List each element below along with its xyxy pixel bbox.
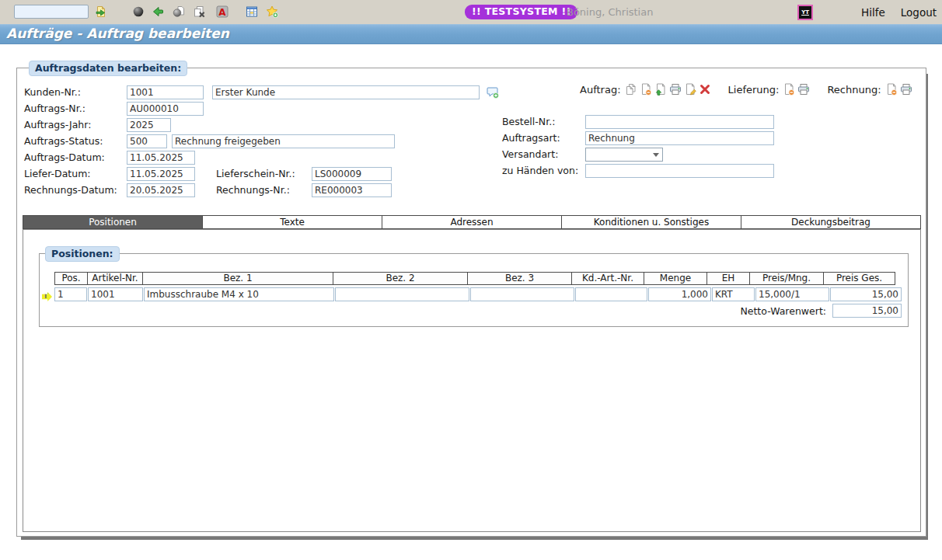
letter-a-icon[interactable]: A [216, 5, 229, 18]
col-header-kd_art_nr: Kd.-Art.-Nr. [571, 272, 644, 285]
cell-eh [712, 285, 755, 301]
sphere-icon[interactable] [132, 5, 145, 18]
tab-texte[interactable]: Texte [202, 215, 382, 229]
logout-link[interactable]: Logout [901, 6, 937, 19]
user-name: Böning, Christian [567, 6, 653, 18]
back-arrow-icon[interactable] [152, 5, 165, 18]
netto-warenwert-input[interactable] [832, 304, 902, 318]
page-remove-icon[interactable] [885, 83, 898, 96]
tab-deckungsbeitrag[interactable]: Deckungsbeitrag [741, 215, 921, 229]
tab-konditionen[interactable]: Konditionen u. Sonstiges [561, 215, 741, 229]
quick-search-input[interactable] [14, 5, 89, 19]
rechnungs-datum-label: Rechnungs-Datum: [24, 183, 117, 197]
bestell-nr-input[interactable] [585, 115, 774, 129]
pos-input[interactable] [54, 287, 87, 301]
table-row [54, 285, 902, 301]
kunden-nr-input[interactable] [127, 85, 204, 99]
col-header-bez_1: Bez. 1 [142, 272, 333, 285]
auftrag-actions: Auftrag: [580, 83, 711, 96]
cell-bez_3 [470, 285, 575, 301]
svg-text:A: A [218, 7, 226, 18]
delete-icon[interactable] [699, 83, 711, 96]
lieferschein-nr-label: Lieferschein-Nr.: [216, 167, 295, 181]
cell-bez_2 [335, 285, 470, 301]
page-go-icon[interactable] [95, 5, 107, 18]
rechnung-actions: Rechnung: [827, 83, 912, 96]
col-header-preis_ges: Preis Ges. [823, 272, 895, 285]
pages-delete-icon[interactable] [193, 5, 205, 18]
tab-bar: PositionenTexteAdressenKonditionen u. So… [23, 215, 921, 229]
artikel_nr-input[interactable] [88, 287, 143, 301]
hilfe-link[interactable]: Hilfe [861, 6, 885, 19]
page-remove-icon[interactable] [640, 83, 652, 96]
tab-content-positionen: Positionen: T Pos.Artikel-Nr.Bez. 1Bez. … [23, 229, 921, 532]
copy-icon[interactable] [625, 83, 637, 96]
cell-pos [54, 285, 88, 301]
tab-adressen[interactable]: Adressen [382, 215, 562, 229]
positionen-fieldset: Positionen: T Pos.Artikel-Nr.Bez. 1Bez. … [39, 253, 909, 327]
toolbar-right-group: YT Hilfe Logout [797, 4, 937, 21]
top-toolbar: A !! TESTSYSTEM !! Böning, Christian YT … [0, 0, 942, 24]
cell-preis_ges [830, 285, 902, 301]
print-icon[interactable] [669, 83, 682, 96]
tab-positionen[interactable]: Positionen [23, 215, 203, 229]
yt-badge-icon[interactable]: YT [797, 5, 813, 20]
col-header-pos: Pos. [54, 272, 88, 285]
auftragsdaten-legend: Auftragsdaten bearbeiten: [29, 61, 187, 76]
positions-table-header: Pos.Artikel-Nr.Bez. 1Bez. 2Bez. 3Kd.-Art… [54, 272, 902, 285]
auftrags-jahr-input[interactable] [127, 118, 171, 132]
col-header-bez_2: Bez. 2 [333, 272, 468, 285]
page-up-icon[interactable] [654, 83, 667, 96]
zu-haenden-von-label: zu Händen von: [502, 164, 578, 178]
auftrags-nr-input[interactable] [127, 102, 204, 116]
preis_mng-input[interactable] [755, 287, 829, 301]
liefer-datum-input[interactable] [127, 167, 195, 181]
kd_art_nr-input[interactable] [575, 287, 647, 301]
bez_3-input[interactable] [470, 287, 574, 301]
zu-haenden-von-input[interactable] [585, 164, 774, 178]
kunden-name-input[interactable] [212, 85, 480, 99]
auftrags-status-text-input[interactable] [172, 134, 395, 148]
auftrags-status-label: Auftrags-Status: [24, 134, 103, 148]
positionen-legend: Positionen: [45, 246, 120, 262]
liefer-datum-label: Liefer-Datum: [24, 167, 91, 181]
print-icon[interactable] [900, 83, 912, 96]
auftragsart-input[interactable] [585, 131, 774, 145]
print-job-icon[interactable] [173, 5, 185, 18]
bez_2-input[interactable] [335, 287, 469, 301]
rechnung-actions-label: Rechnung: [827, 84, 881, 96]
netto-warenwert-row: Netto-Warenwert: [740, 304, 902, 318]
text-marker-icon[interactable]: T [42, 292, 52, 301]
toolbar-icon-group: A [95, 5, 278, 18]
eh-input[interactable] [712, 287, 755, 301]
cell-artikel_nr [88, 285, 144, 301]
auftragsart-label: Auftragsart: [502, 131, 560, 145]
col-header-bez_3: Bez. 3 [467, 272, 572, 285]
cell-kd_art_nr [575, 285, 648, 301]
page-title: Aufträge - Auftrag bearbeiten [0, 24, 942, 44]
menge-input[interactable] [648, 287, 711, 301]
page-remove-icon[interactable] [783, 83, 795, 96]
bez_1-input[interactable] [144, 287, 334, 301]
col-header-menge: Menge [644, 272, 707, 285]
auftrags-datum-input[interactable] [127, 151, 195, 165]
lieferung-actions: Lieferung: [728, 83, 811, 96]
col-header-artikel_nr: Artikel-Nr. [87, 272, 143, 285]
table-icon[interactable] [246, 5, 258, 18]
comment-add-icon[interactable] [487, 86, 499, 99]
preis_ges-input[interactable] [830, 287, 902, 301]
auftrags-jahr-label: Auftrags-Jahr: [24, 118, 91, 132]
auftrag-actions-label: Auftrag: [580, 84, 621, 96]
auftrags-status-code-input[interactable] [127, 134, 167, 148]
rechnungs-nr-input[interactable] [312, 183, 392, 197]
cell-preis_mng [755, 285, 830, 301]
auftrags-datum-label: Auftrags-Datum: [24, 151, 105, 165]
rechnungs-nr-label: Rechnungs-Nr.: [216, 183, 290, 197]
print-icon[interactable] [797, 83, 810, 96]
star-add-icon[interactable] [266, 5, 278, 18]
chevron-down-icon [653, 153, 659, 157]
rechnungs-datum-input[interactable] [127, 183, 195, 197]
page-edit-icon[interactable] [684, 83, 696, 96]
versandart-select[interactable] [585, 148, 663, 162]
lieferschein-nr-input[interactable] [312, 167, 392, 181]
